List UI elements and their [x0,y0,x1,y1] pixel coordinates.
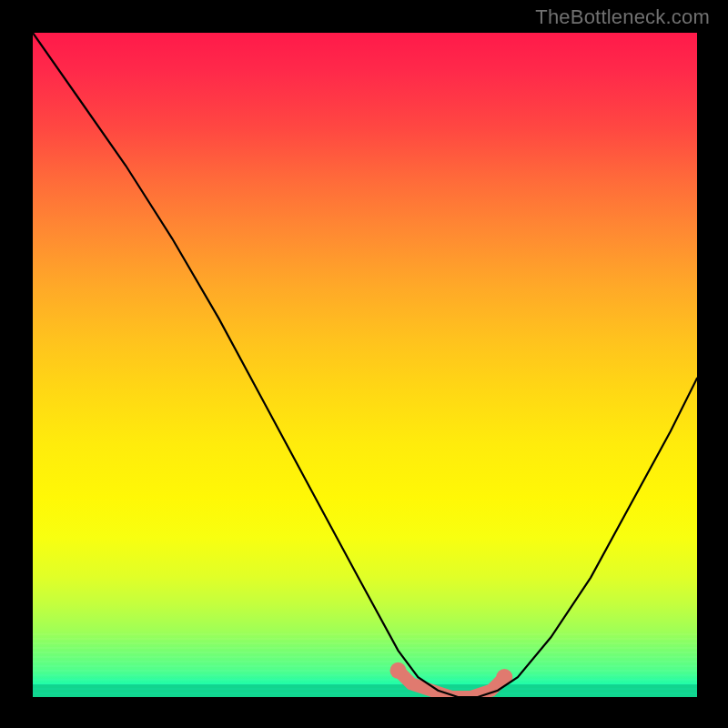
highlight-dot-left [390,662,407,679]
watermark: TheBottleneck.com [535,5,710,29]
chart-svg [33,33,697,697]
plot-area [33,33,697,697]
bottleneck-curve [33,33,697,697]
chart-frame: TheBottleneck.com [0,0,728,728]
